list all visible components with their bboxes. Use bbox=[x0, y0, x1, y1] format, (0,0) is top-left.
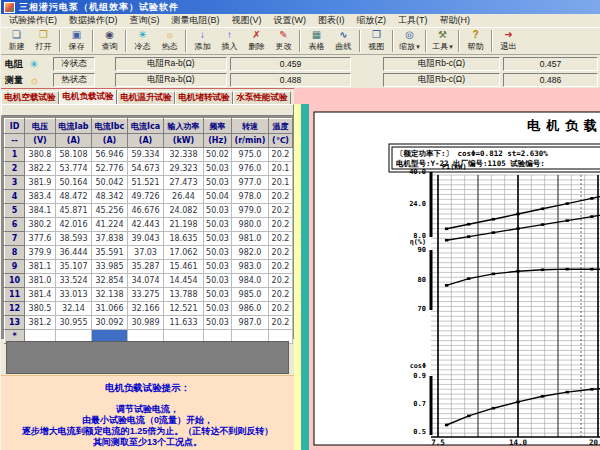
table-cell[interactable]: 383.4 bbox=[25, 190, 56, 204]
table-cell[interactable]: 384.1 bbox=[25, 204, 56, 218]
table-cell[interactable]: 14.454 bbox=[164, 274, 204, 288]
table-cell[interactable]: 380.5 bbox=[25, 302, 56, 316]
table-cell[interactable]: 20.2 bbox=[269, 260, 293, 274]
menu-item-10[interactable]: 帮助(H) bbox=[434, 14, 477, 27]
table-cell[interactable]: 50.042 bbox=[92, 176, 128, 190]
toolbar-button-zoom-magnifier[interactable]: ◎缩放▾ bbox=[396, 29, 423, 54]
menu-item-3[interactable]: 查询(S) bbox=[124, 14, 166, 27]
dropdown-arrow-icon[interactable]: ▾ bbox=[449, 43, 453, 51]
table-cell[interactable]: 33.275 bbox=[128, 288, 164, 302]
menu-item-1[interactable]: 试验操作(E) bbox=[3, 14, 63, 27]
table-cell[interactable]: 20.2 bbox=[269, 148, 293, 162]
toolbar-button-open-folder[interactable]: ❒打开 bbox=[30, 29, 57, 54]
table-cell[interactable]: 37.03 bbox=[128, 246, 164, 260]
table-cell[interactable]: 50.03 bbox=[204, 260, 232, 274]
menu-item-7[interactable]: 图表(I) bbox=[312, 14, 351, 27]
table-cell[interactable]: 983.0 bbox=[232, 260, 269, 274]
toolbar-button-hot-sun[interactable]: ☼热态 bbox=[156, 29, 183, 54]
table-cell[interactable]: 986.0 bbox=[232, 302, 269, 316]
table-cell[interactable]: 11.633 bbox=[164, 316, 204, 330]
table-cell[interactable]: 58.108 bbox=[56, 148, 92, 162]
table-cell[interactable]: 20.2 bbox=[269, 232, 293, 246]
table-cell[interactable]: 379.9 bbox=[25, 246, 56, 260]
table-cell[interactable]: 978.0 bbox=[232, 190, 269, 204]
table-cell[interactable]: 381.0 bbox=[25, 274, 56, 288]
toolbar-button-view-window[interactable]: ❐视图 bbox=[363, 29, 390, 54]
table-cell[interactable]: 33.985 bbox=[92, 260, 128, 274]
table-cell[interactable]: 35.107 bbox=[56, 260, 92, 274]
toolbar-button-add-arrow-down[interactable]: ↓添加 bbox=[189, 29, 216, 54]
table-cell[interactable]: 380.8 bbox=[25, 148, 56, 162]
table-cell[interactable]: 377.6 bbox=[25, 232, 56, 246]
table-cell[interactable]: 50.03 bbox=[204, 316, 232, 330]
table-cell[interactable]: 381.2 bbox=[25, 316, 56, 330]
table-cell[interactable]: 380.2 bbox=[25, 218, 56, 232]
table-cell[interactable]: 20.2 bbox=[269, 190, 293, 204]
table-cell[interactable]: 20.2 bbox=[269, 246, 293, 260]
table-cell[interactable]: 20.2 bbox=[269, 316, 293, 330]
table-cell[interactable]: 45.256 bbox=[92, 204, 128, 218]
table-cell[interactable]: 34.074 bbox=[128, 274, 164, 288]
table-cell[interactable]: 50.03 bbox=[204, 162, 232, 176]
table-cell[interactable]: 50.03 bbox=[204, 218, 232, 232]
tab-4[interactable]: 电机堵转试验 bbox=[175, 91, 233, 105]
table-cell[interactable]: 35.591 bbox=[92, 246, 128, 260]
table-cell[interactable]: 975.0 bbox=[232, 148, 269, 162]
table-cell[interactable]: 54.673 bbox=[128, 162, 164, 176]
table-cell[interactable]: 50.03 bbox=[204, 274, 232, 288]
toolbar-button-cold-snowflake[interactable]: ✳冷态 bbox=[129, 29, 156, 54]
table-cell[interactable]: 30.955 bbox=[56, 316, 92, 330]
table-cell[interactable]: 56.946 bbox=[92, 148, 128, 162]
table-cell[interactable]: 982.0 bbox=[232, 246, 269, 260]
table-cell[interactable]: 18.635 bbox=[164, 232, 204, 246]
menu-item-6[interactable]: 设置(W) bbox=[268, 14, 313, 27]
table-cell[interactable]: 31.066 bbox=[92, 302, 128, 316]
table-cell[interactable]: 381.1 bbox=[25, 260, 56, 274]
toolbar-button-modify-pencil[interactable]: ✎更改 bbox=[270, 29, 297, 54]
menu-item-9[interactable]: 工具(T) bbox=[392, 14, 434, 27]
toolbar-button-save-disk[interactable]: ▣保存 bbox=[63, 29, 90, 54]
toolbar-button-tools-hammer[interactable]: ⚒工具▾ bbox=[429, 29, 456, 54]
toolbar-button-delete-cross[interactable]: ✗删除 bbox=[243, 29, 270, 54]
table-cell[interactable]: 20.2 bbox=[269, 302, 293, 316]
table-cell[interactable]: 977.0 bbox=[232, 176, 269, 190]
table-cell[interactable]: 12.521 bbox=[164, 302, 204, 316]
table-cell[interactable]: 20.1 bbox=[269, 162, 293, 176]
table-cell[interactable]: 32.338 bbox=[164, 148, 204, 162]
table-cell[interactable]: 50.03 bbox=[204, 232, 232, 246]
toolbar-button-insert-arrow-up[interactable]: ↑插入 bbox=[216, 29, 243, 54]
table-cell[interactable]: 32.138 bbox=[92, 288, 128, 302]
table-cell[interactable]: 15.461 bbox=[164, 260, 204, 274]
table-cell[interactable]: 32.854 bbox=[92, 274, 128, 288]
tab-5[interactable]: 水泵性能试验 bbox=[233, 91, 291, 105]
menu-item-4[interactable]: 测量电阻(B) bbox=[166, 14, 226, 27]
table-cell[interactable]: 35.287 bbox=[128, 260, 164, 274]
table-cell[interactable]: 33.013 bbox=[56, 288, 92, 302]
table-cell[interactable]: 50.03 bbox=[204, 288, 232, 302]
tab-3[interactable]: 电机温升试验 bbox=[117, 91, 175, 105]
table-cell[interactable]: 32.166 bbox=[128, 302, 164, 316]
table-cell[interactable]: 381.4 bbox=[25, 288, 56, 302]
table-cell[interactable]: 50.03 bbox=[204, 302, 232, 316]
menu-item-5[interactable]: 视图(V) bbox=[226, 14, 268, 27]
table-cell[interactable]: 48.472 bbox=[56, 190, 92, 204]
table-cell[interactable]: 39.043 bbox=[128, 232, 164, 246]
toolbar-button-table-grid[interactable]: ▦表格 bbox=[303, 29, 330, 54]
tab-2[interactable]: 电机负载试验 bbox=[59, 89, 117, 105]
table-cell[interactable]: 21.198 bbox=[164, 218, 204, 232]
table-cell[interactable]: 50.02 bbox=[204, 148, 232, 162]
menu-item-8[interactable]: 缩放(Z) bbox=[351, 14, 393, 27]
table-cell[interactable]: 27.473 bbox=[164, 176, 204, 190]
table-cell[interactable]: 981.0 bbox=[232, 232, 269, 246]
table-cell[interactable]: 48.342 bbox=[92, 190, 128, 204]
table-cell[interactable]: 33.524 bbox=[56, 274, 92, 288]
table-cell[interactable]: 45.871 bbox=[56, 204, 92, 218]
table-cell[interactable]: 42.443 bbox=[128, 218, 164, 232]
toolbar-button-new-doc[interactable]: ❏新建 bbox=[3, 29, 30, 54]
table-cell[interactable]: 37.838 bbox=[92, 232, 128, 246]
table-cell[interactable]: 20.2 bbox=[269, 288, 293, 302]
table-cell[interactable]: 980.0 bbox=[232, 218, 269, 232]
table-cell[interactable]: 41.224 bbox=[92, 218, 128, 232]
table-cell[interactable]: 59.334 bbox=[128, 148, 164, 162]
table-cell[interactable]: 46.676 bbox=[128, 204, 164, 218]
